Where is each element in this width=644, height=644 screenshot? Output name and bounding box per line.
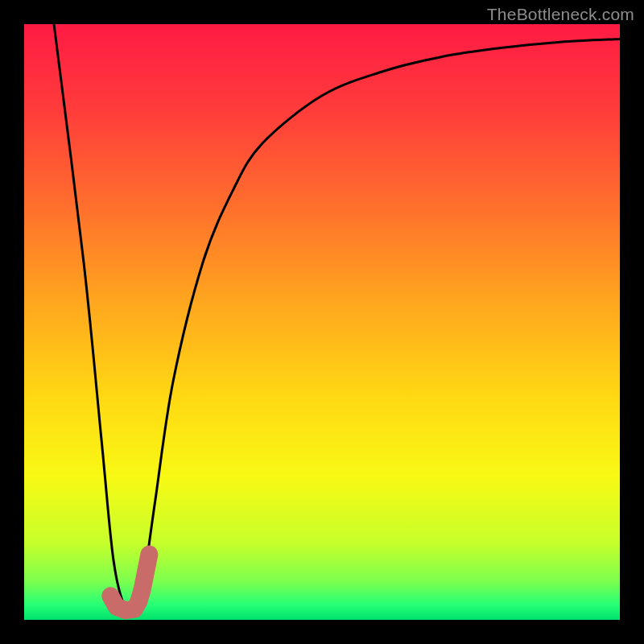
gradient-background	[24, 24, 620, 620]
plot-area	[24, 24, 620, 620]
outer-frame: TheBottleneck.com	[0, 0, 644, 644]
bottleneck-chart	[24, 24, 620, 620]
j-marker-dot	[102, 588, 118, 604]
watermark-text: TheBottleneck.com	[487, 5, 634, 24]
